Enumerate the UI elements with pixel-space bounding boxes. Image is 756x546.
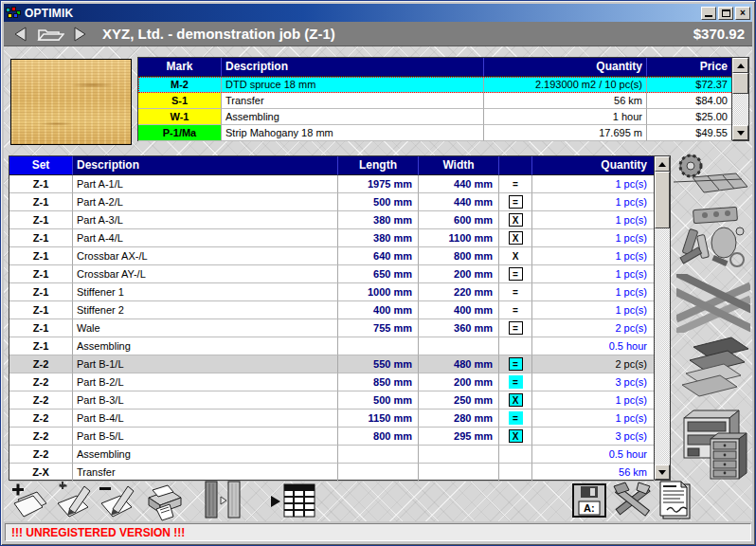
- scroll-down-button[interactable]: [732, 125, 748, 140]
- cell-symbol: =: [499, 410, 532, 428]
- parts-table-row[interactable]: Z-1 Stiffener 1 1000 mm 220 mm = 1 pc(s): [9, 283, 670, 301]
- boards-icon[interactable]: [200, 478, 247, 523]
- orientation-symbol: =: [509, 321, 523, 335]
- cell-quantity: 1 pc(s): [532, 301, 655, 319]
- next-job-icon[interactable]: [70, 26, 89, 43]
- materials-table-row[interactable]: M-2 DTD spruce 18 mm 2.193000 m2 / 10 pc…: [138, 77, 748, 93]
- parts-table-row[interactable]: Z-1 Stiffener 2 400 mm 400 mm = 1 pc(s): [9, 301, 670, 319]
- cell-symbol: =: [499, 319, 532, 337]
- parts-table-row[interactable]: Z-2 Part B-2/L 850 mm 200 mm = 3 pc(s): [9, 373, 670, 391]
- parts-table-row[interactable]: Z-1 Crossbar AY-/L 650 mm 200 mm = 1 pc(…: [9, 265, 670, 283]
- cell-set: Z-1: [9, 193, 73, 211]
- triangle-up-icon: [737, 64, 745, 68]
- cell-width: 480 mm: [419, 355, 499, 373]
- cell-symbol: =: [499, 373, 532, 391]
- parts-table-row[interactable]: Z-1 Assembling 0.5 hour: [9, 337, 670, 355]
- parts-table-row[interactable]: Z-2 Part B-5/L 800 mm 295 mm X 3 pc(s): [9, 428, 670, 446]
- col-header-price[interactable]: Price: [647, 58, 732, 77]
- orientation-symbol: =: [509, 357, 523, 371]
- col-header-quantity[interactable]: Quantity: [532, 156, 655, 175]
- maximize-button[interactable]: [718, 7, 733, 20]
- cell-width: 280 mm: [419, 410, 499, 428]
- cell-quantity: 3 pc(s): [532, 373, 655, 391]
- cell-symbol: X: [499, 229, 532, 247]
- cell-symbol: X: [499, 211, 532, 229]
- parts-table-row[interactable]: Z-1 Wale 755 mm 360 mm = 2 pc(s): [9, 319, 670, 337]
- col-header-description[interactable]: Description: [222, 58, 484, 77]
- workspace: Mark Description Quantity Price M-2 DTD …: [4, 46, 752, 521]
- cutting-layout-icon[interactable]: [674, 153, 749, 200]
- scroll-down-button[interactable]: [655, 464, 670, 480]
- cell-length: [338, 337, 419, 355]
- cell-symbol: =: [499, 301, 532, 319]
- material-preview-image: [10, 59, 132, 145]
- cell-set: Z-2: [9, 428, 73, 446]
- close-button[interactable]: ×: [735, 7, 750, 20]
- cell-length: [338, 464, 419, 482]
- open-folder-icon[interactable]: [36, 26, 64, 43]
- orientation-symbol: =: [509, 375, 523, 389]
- parts-table-row[interactable]: Z-1 Part A-2/L 500 mm 440 mm = 1 pc(s): [9, 193, 670, 211]
- parts-table-row[interactable]: Z-1 Part A-3/L 380 mm 600 mm X 1 pc(s): [9, 211, 670, 229]
- parts-table-row[interactable]: Z-2 Part B-1/L 550 mm 480 mm = 2 pc(s): [9, 355, 670, 373]
- col-header-length[interactable]: Length: [338, 156, 419, 175]
- cell-description: Transfer: [222, 93, 484, 109]
- parts-table-row[interactable]: Z-1 Part A-4/L 380 mm 1100 mm X 1 pc(s): [9, 229, 670, 247]
- invoice-icon[interactable]: [656, 479, 697, 522]
- strips-icon[interactable]: [676, 274, 750, 333]
- cell-symbol: =: [499, 265, 532, 283]
- cell-quantity: 1 hour: [484, 109, 647, 125]
- parts-table-row[interactable]: Z-X Transfer 56 km: [9, 464, 670, 482]
- delete-item-icon[interactable]: [96, 481, 139, 522]
- parts-table-row[interactable]: Z-2 Part B-4/L 1150 mm 280 mm = 1 pc(s): [9, 410, 670, 428]
- materials-table-row[interactable]: P-1/Ma Strip Mahogany 18 mm 17.695 m $49…: [138, 125, 748, 141]
- col-header-quantity[interactable]: Quantity: [484, 58, 647, 77]
- edit-item-icon[interactable]: [50, 479, 96, 522]
- products-cabinet-icon[interactable]: [676, 405, 750, 481]
- minimize-button[interactable]: [701, 7, 716, 20]
- sheets-icon[interactable]: [676, 336, 750, 398]
- previous-job-icon[interactable]: [11, 26, 30, 43]
- parts-table-row[interactable]: Z-2 Assembling 0.5 hour: [9, 446, 670, 464]
- scroll-up-button[interactable]: [732, 58, 748, 73]
- cell-width: 440 mm: [419, 175, 499, 193]
- scroll-up-button[interactable]: [655, 156, 670, 172]
- col-header-width[interactable]: Width: [419, 156, 499, 175]
- col-header-mark[interactable]: Mark: [138, 58, 222, 77]
- parts-table-row[interactable]: Z-1 Crossbar AX-/L 640 mm 800 mm X 1 pc(…: [9, 247, 670, 265]
- job-title: XYZ, Ltd. - demonstration job (Z-1): [102, 26, 693, 42]
- cell-symbol: =: [499, 355, 532, 373]
- scrollbar-thumb[interactable]: [732, 73, 748, 94]
- cell-set: Z-1: [9, 229, 73, 247]
- cell-width: 200 mm: [419, 373, 499, 391]
- cell-length: 850 mm: [338, 373, 419, 391]
- materials-table-row[interactable]: S-1 Transfer 56 km $84.00: [138, 93, 748, 109]
- add-item-icon[interactable]: [9, 481, 50, 522]
- print-icon[interactable]: [141, 481, 185, 522]
- col-header-description[interactable]: Description: [73, 156, 338, 175]
- cell-set: Z-2: [9, 391, 73, 410]
- title-bar[interactable]: OPTIMIK ×: [4, 4, 752, 22]
- tools-icon[interactable]: [610, 479, 654, 522]
- cell-length: 500 mm: [338, 391, 419, 410]
- triangle-down-icon: [737, 131, 745, 136]
- job-toolbar: XYZ, Ltd. - demonstration job (Z-1) $370…: [4, 22, 752, 46]
- cell-length: 640 mm: [338, 247, 419, 265]
- unregistered-warning: !!! UNREGISTERED VERSION !!!: [11, 526, 185, 539]
- parts-scrollbar[interactable]: [654, 156, 670, 480]
- materials-table-row[interactable]: W-1 Assembling 1 hour $25.00: [138, 109, 748, 125]
- col-header-symbol[interactable]: [499, 156, 532, 175]
- cell-length: 650 mm: [338, 265, 419, 283]
- cell-price: $49.55: [647, 125, 732, 141]
- cell-quantity: 3 pc(s): [532, 428, 655, 446]
- parts-table-row[interactable]: Z-1 Part A-1/L 1975 mm 440 mm = 1 pc(s): [9, 175, 670, 193]
- parts-table-row[interactable]: Z-2 Part B-3/L 500 mm 250 mm X 1 pc(s): [9, 391, 670, 410]
- fittings-icon[interactable]: [676, 203, 750, 273]
- scrollbar-thumb[interactable]: [655, 172, 670, 228]
- col-header-set[interactable]: Set: [9, 156, 73, 175]
- cell-symbol: X: [499, 428, 532, 446]
- save-floppy-icon[interactable]: A:: [569, 481, 609, 520]
- materials-scrollbar[interactable]: [731, 58, 748, 140]
- cell-mark: W-1: [138, 109, 222, 125]
- export-table-icon[interactable]: [267, 481, 318, 520]
